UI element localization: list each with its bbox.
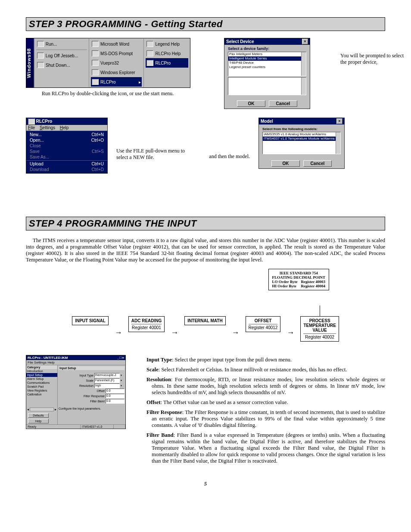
window-controls[interactable]: _□× bbox=[117, 356, 124, 360]
close-icon[interactable]: × bbox=[302, 39, 308, 44]
start-explorer: Windows Explorer bbox=[91, 68, 142, 77]
cancel-button[interactable]: Cancel bbox=[303, 160, 332, 167]
list-item[interactable]: ITMS4037 v1.0 Temperature Module w/Alarm… bbox=[263, 137, 340, 141]
menu-file[interactable]: File bbox=[28, 125, 35, 130]
logoff-icon bbox=[37, 53, 44, 59]
start-word: Microsoft Word bbox=[91, 39, 142, 49]
help-icon bbox=[146, 41, 153, 47]
statusbar: Ready ITMS4037 v1.0 bbox=[26, 424, 125, 429]
model-prompt: Select from the following models: bbox=[262, 127, 341, 131]
select-device-title: Select Device bbox=[226, 39, 254, 44]
defaults-button[interactable]: Defaults bbox=[28, 413, 49, 418]
dos-icon bbox=[92, 50, 99, 56]
scrollbar[interactable] bbox=[336, 132, 340, 154]
device-listbox[interactable]: Pax Intelligent Meters Intelligent Modul… bbox=[228, 52, 306, 76]
list-item[interactable]: T48/P48 Device bbox=[228, 61, 306, 65]
menu-upload[interactable]: UploadCtrl+U bbox=[26, 161, 107, 167]
chevron-down-icon[interactable]: ▾ bbox=[121, 384, 125, 388]
sidebar-item[interactable]: Input Setup bbox=[26, 373, 57, 377]
flow-process-temp: PROCESSTEMPERATUREVALUE Register 40002 bbox=[300, 316, 339, 342]
list-item[interactable]: Legend preset counters bbox=[228, 65, 306, 69]
menu-download: DownloadCtrl+D bbox=[26, 167, 107, 172]
scroll-right-icon[interactable]: ▸ bbox=[55, 408, 56, 411]
help-button[interactable]: Help bbox=[28, 419, 49, 423]
ok-button[interactable]: OK bbox=[271, 160, 300, 167]
menu-saveas: Save As... bbox=[26, 154, 107, 160]
filter-response-field[interactable]: 0.0 bbox=[106, 394, 125, 398]
scrollbar[interactable] bbox=[301, 78, 306, 95]
sidebar-item[interactable]: Alarm Setup bbox=[26, 377, 57, 381]
ok-button[interactable]: OK bbox=[237, 100, 265, 107]
sidebar-item[interactable]: View Registers bbox=[26, 389, 57, 392]
menu-new[interactable]: New...Ctrl+N bbox=[26, 132, 107, 137]
shutdown-icon bbox=[37, 62, 44, 68]
def-input-type: Input Type: Select the proper input type… bbox=[152, 357, 385, 363]
scrollbar[interactable] bbox=[301, 52, 306, 76]
sidebar-item[interactable]: Calibration bbox=[26, 392, 57, 396]
def-scale: Scale: Select Fahrenheit or Celsius. In … bbox=[152, 367, 385, 373]
scale-field[interactable]: Fahrenheit (F) bbox=[94, 378, 120, 383]
sidebar-item[interactable]: Introduction bbox=[26, 369, 57, 373]
maximize-icon[interactable]: □ bbox=[119, 356, 121, 360]
panel-title: Input Setup bbox=[59, 366, 125, 370]
menu-help[interactable]: Help bbox=[60, 125, 69, 130]
category-label: Category bbox=[26, 365, 57, 369]
close-icon[interactable]: × bbox=[122, 356, 124, 360]
rlcpro-icon bbox=[146, 60, 153, 66]
step3-header: STEP 3 PROGRAMMING - Getting Started bbox=[26, 17, 385, 31]
start-vuepro: Vuepro32 bbox=[91, 58, 142, 68]
select-device-dialog: Select Device× Select a device family: P… bbox=[224, 38, 310, 109]
scale-label: Scale bbox=[86, 379, 93, 382]
list-item[interactable]: Intelligent Module Series bbox=[228, 56, 306, 61]
model-listbox[interactable]: IAMS3535 v1.0 Analog Module w/Alarms ITM… bbox=[262, 132, 341, 154]
resolution-field[interactable]: high bbox=[94, 383, 120, 388]
list-item[interactable]: Pax Intelligent Meters bbox=[228, 52, 306, 56]
flow-adc: ADC READINGRegister 40001 bbox=[128, 316, 165, 332]
sidebar-item[interactable]: Communications bbox=[26, 381, 57, 385]
then-model-text: and then the model. bbox=[198, 132, 250, 160]
rlcpro-window: RLCPro File Settings Help New...Ctrl+N O… bbox=[26, 118, 108, 174]
flow-math: INTERNAL MATH bbox=[184, 316, 225, 325]
def-offset: Offset: The Offset value can be used as … bbox=[152, 399, 385, 406]
select-device-prompt: Select a device family: bbox=[228, 47, 306, 51]
filter-response-label: Filter Response bbox=[84, 395, 105, 398]
start-rlcpro-app: RLCPro bbox=[146, 58, 188, 68]
input-setup-title: RLCPro - UNTITLED.IKM bbox=[28, 356, 68, 360]
input-type-field[interactable]: thermocouple-J bbox=[94, 373, 120, 378]
offset-field[interactable]: 0.0 bbox=[106, 389, 125, 393]
device-desc-box bbox=[228, 77, 306, 95]
sidebar-item[interactable]: Scratch Pad bbox=[26, 385, 57, 389]
prompt-text: You will be prompted to select the prope… bbox=[340, 38, 405, 65]
chevron-down-icon[interactable]: ▾ bbox=[121, 373, 125, 377]
scroll-left-icon[interactable]: ◂ bbox=[27, 408, 29, 411]
minimize-icon[interactable]: _ bbox=[117, 356, 119, 360]
step4-header: STEP 4 PROGRAMMING THE INPUT bbox=[26, 217, 385, 230]
menubar: File Settings Help bbox=[26, 125, 107, 131]
windows-sidebar: Windows98 bbox=[26, 38, 34, 87]
chevron-down-icon[interactable]: ▾ bbox=[121, 379, 125, 383]
close-icon[interactable]: × bbox=[336, 118, 342, 124]
filter-band-field[interactable]: 0.0 bbox=[106, 399, 125, 404]
list-item[interactable]: IAMS3535 v1.0 Analog Module w/Alarms bbox=[263, 132, 340, 137]
cancel-button[interactable]: Cancel bbox=[269, 100, 297, 107]
explorer-icon bbox=[92, 69, 99, 75]
arrow-icon: → bbox=[115, 330, 122, 335]
start-run: Run... bbox=[36, 39, 87, 49]
rlcpro-icon bbox=[92, 79, 99, 85]
word-icon bbox=[92, 41, 99, 47]
use-file-text: Use the FILE pull-down menu to select a … bbox=[116, 131, 190, 161]
run-icon bbox=[37, 41, 44, 47]
rlcpro-title: RLCPro bbox=[36, 119, 52, 124]
input-setup-note: Configure the input parameters. bbox=[59, 407, 125, 410]
app-icon bbox=[92, 60, 99, 66]
def-resolution: Resolution: For thermocouple, RTD, or li… bbox=[152, 376, 385, 396]
model-title: Model bbox=[261, 119, 273, 124]
menu-settings[interactable]: Settings bbox=[40, 125, 55, 130]
app-icon bbox=[28, 118, 35, 124]
flow-input-signal: INPUT SIGNAL bbox=[72, 316, 109, 325]
filter-band-label: Filter Band bbox=[90, 400, 105, 403]
menu-open[interactable]: Open...Ctrl+O bbox=[26, 137, 107, 143]
model-dialog: Model× Select from the following models:… bbox=[258, 118, 345, 169]
help-icon bbox=[146, 50, 153, 56]
page-number: 5 bbox=[26, 481, 385, 487]
